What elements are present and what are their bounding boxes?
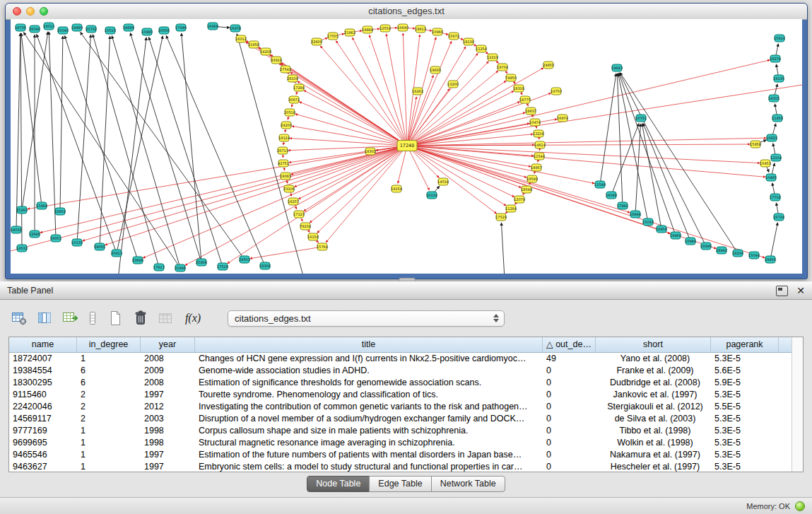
table-row[interactable]: 1456911722003Disruption of a novel membe… xyxy=(9,413,803,425)
graph-node[interactable]: 10465 xyxy=(765,174,777,181)
column-header-short[interactable]: short xyxy=(596,337,711,352)
graph-node[interactable]: 16974 xyxy=(557,115,568,122)
network-table-selector[interactable]: citations_edges.txt xyxy=(228,310,505,327)
graph-node[interactable]: 14614 xyxy=(534,141,546,148)
graph-node[interactable]: 17284 xyxy=(293,84,305,91)
window-titlebar[interactable]: citations_edges.txt xyxy=(6,4,807,20)
graph-node[interactable]: 10960 xyxy=(432,28,443,35)
graph-node[interactable]: 18957 xyxy=(531,164,542,171)
graph-node[interactable]: 10130 xyxy=(71,239,83,246)
graph-node[interactable]: 18549 xyxy=(521,186,532,193)
graph-node[interactable]: 16134 xyxy=(426,192,437,199)
graph-node[interactable]: 19013 xyxy=(43,23,54,30)
graph-node[interactable]: 19083 xyxy=(280,173,291,180)
graph-node[interactable]: 20413 xyxy=(111,250,122,257)
memory-indicator-button[interactable] xyxy=(795,501,805,511)
graph-node[interactable]: 19734 xyxy=(497,64,508,71)
graph-node[interactable]: 18442 xyxy=(716,247,727,254)
column-header-title[interactable]: title xyxy=(195,337,543,352)
graph-node[interactable]: 20732 xyxy=(86,25,97,33)
graph-node[interactable]: 10474 xyxy=(529,119,541,126)
graph-node[interactable]: 18480 xyxy=(71,24,83,31)
network-canvas[interactable]: 1873526040190132504018480207321551024689… xyxy=(11,19,802,274)
graph-node[interactable]: 25906 xyxy=(196,259,207,266)
graph-node[interactable]: 18124 xyxy=(278,134,290,141)
graph-node[interactable]: 18599 xyxy=(526,175,538,182)
graph-node[interactable]: 10453 xyxy=(760,160,771,167)
graph-node[interactable]: 26713 xyxy=(277,147,288,154)
table-scrollbar[interactable] xyxy=(792,337,803,472)
graph-node[interactable]: 14534 xyxy=(437,178,449,185)
graph-node[interactable]: 18958 xyxy=(656,226,667,233)
graph-node[interactable]: 25260 xyxy=(16,206,28,214)
graph-node[interactable]: 16012 xyxy=(235,35,247,42)
close-panel-icon[interactable]: ✕ xyxy=(796,286,805,296)
graph-node[interactable]: 16640 xyxy=(397,24,408,31)
row-detail-button[interactable] xyxy=(85,308,100,329)
select-columns-button[interactable] xyxy=(34,308,55,329)
tab-node-table[interactable]: Node Table xyxy=(307,476,370,492)
graph-node[interactable]: 18637 xyxy=(525,107,536,115)
graph-node[interactable]: 23686 xyxy=(132,257,143,264)
graph-node[interactable]: 19234 xyxy=(732,250,743,257)
column-header-in_degree[interactable]: in_degree xyxy=(77,337,141,352)
close-button[interactable] xyxy=(13,7,21,16)
graph-node[interactable]: 12079 xyxy=(514,196,525,203)
graph-node[interactable]: 21862 xyxy=(344,29,355,36)
graph-node[interactable]: 14532 xyxy=(16,245,28,252)
graph-node[interactable]: 29450 xyxy=(765,256,776,263)
graph-node[interactable]: 10480 xyxy=(141,28,153,35)
graph-node[interactable]: 18274 xyxy=(770,55,781,62)
graph-node[interactable]: 16734 xyxy=(773,214,784,221)
graph-node[interactable]: 21858 xyxy=(248,41,259,48)
graph-node[interactable]: 11284 xyxy=(505,205,517,212)
graph-node[interactable]: 79234 xyxy=(300,223,311,230)
function-builder-button[interactable]: f(x) xyxy=(181,308,205,329)
table-row[interactable]: 2242004622012Investigating the contribut… xyxy=(9,401,803,413)
graph-node[interactable]: 17529 xyxy=(495,214,507,221)
graph-node[interactable]: 18318 xyxy=(513,85,524,92)
graph-node[interactable]: 12554 xyxy=(379,25,391,32)
graph-node[interactable]: 15034 xyxy=(642,218,654,226)
graph-node[interactable]: 15672 xyxy=(448,33,459,40)
graph-node[interactable]: 19460 xyxy=(670,232,681,239)
graph-node[interactable]: 19750 xyxy=(551,88,562,95)
table-import-button[interactable] xyxy=(59,308,81,329)
graph-node[interactable]: 28109 xyxy=(287,75,298,82)
graph-node[interactable]: 16844 xyxy=(630,211,641,218)
table-disabled-button[interactable] xyxy=(155,308,177,329)
graph-node[interactable]: 15984 xyxy=(36,202,47,209)
graph-node[interactable]: 17555 xyxy=(327,33,339,40)
graph-node[interactable]: 13216 xyxy=(533,130,544,137)
graph-node[interactable]: 11254 xyxy=(476,45,487,52)
graph-node[interactable]: 17046 xyxy=(175,24,187,31)
graph-node[interactable]: 18130 xyxy=(463,38,474,45)
graph-node[interactable]: 13200 xyxy=(447,81,459,88)
graph-node[interactable]: 59055 xyxy=(94,243,105,250)
graph-node[interactable]: 27541 xyxy=(280,66,291,73)
graph-node[interactable]: 11544 xyxy=(534,153,545,160)
graph-node[interactable]: 23106 xyxy=(283,185,295,192)
table-row[interactable]: 1872400712008Changes of HCN gene express… xyxy=(9,353,803,365)
graph-node[interactable]: 11549 xyxy=(594,181,606,188)
graph-node[interactable]: 93918 xyxy=(271,57,282,64)
graph-node[interactable]: 17991 xyxy=(617,202,628,209)
graph-node[interactable]: 15764 xyxy=(317,243,328,250)
delete-button[interactable] xyxy=(130,308,151,329)
graph-node[interactable]: 74850 xyxy=(505,74,517,81)
new-document-button[interactable] xyxy=(105,308,126,329)
table-row[interactable]: 969969511998Structural magnetic resonanc… xyxy=(9,437,803,449)
graph-node[interactable]: 11459 xyxy=(772,115,783,122)
graph-node[interactable]: 18306 xyxy=(259,262,271,269)
tab-network-table[interactable]: Network Table xyxy=(431,476,505,492)
graph-node[interactable]: 18033 xyxy=(11,226,22,233)
graph-node[interactable]: 16791 xyxy=(635,115,647,122)
graph-node[interactable]: 19613 xyxy=(415,25,426,33)
graph-node[interactable]: 24503 xyxy=(239,256,250,263)
graph-node[interactable]: 16823 xyxy=(766,134,777,141)
graph-node[interactable]: 30672 xyxy=(288,96,300,103)
graph-node[interactable]: 21846 xyxy=(175,264,186,271)
tab-edge-table[interactable]: Edge Table xyxy=(369,476,431,492)
column-header-name[interactable]: name xyxy=(9,337,77,352)
graph-node[interactable]: 18302 xyxy=(365,148,376,155)
